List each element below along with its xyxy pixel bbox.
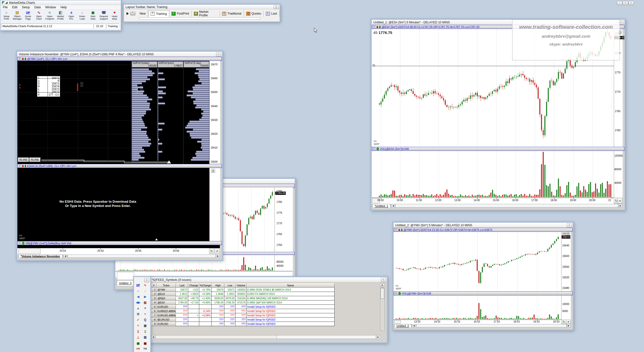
table-cell[interactable]: +17.50	[188, 300, 199, 305]
volume-bars2-icon[interactable]: ▅	[142, 340, 148, 345]
table-row[interactable]: 4@ES#1784.00+17.50+0.99%1786.001758.2547…	[151, 300, 335, 305]
table-cell[interactable]: 216154	[235, 296, 247, 300]
table-cell[interactable]: Invalid Setup for IQFEED	[247, 322, 335, 326]
table-cell[interactable]: 15471	[224, 288, 235, 292]
table-cell[interactable]: @YM#	[156, 288, 176, 292]
close-icon[interactable]: ×	[144, 278, 149, 282]
table-cell[interactable]: ???	[212, 305, 224, 309]
fit-width-icon[interactable]: ◀▶	[135, 300, 141, 305]
untitled2-volume-pane[interactable]	[394, 295, 561, 320]
refresh-button[interactable]: ↻	[561, 320, 566, 324]
table-cell[interactable]: +0.18%	[199, 292, 212, 296]
layout-tab-traditional[interactable]: TTraditional	[220, 11, 244, 17]
close-button[interactable]: ×	[628, 1, 634, 5]
rline-tab[interactable]: RLINE	[29, 157, 40, 162]
toolbar-object-manager[interactable]: ▤ObjectManager	[12, 10, 23, 23]
columns-icon[interactable]: ▥	[142, 335, 148, 340]
column-header[interactable]: Low	[224, 283, 235, 288]
layout-tab-market-profile[interactable]: MMarket Profile	[192, 11, 220, 17]
table-cell[interactable]: +0.58%	[199, 313, 212, 318]
toolbar-open-footprint[interactable]: ≡OpenFootprint	[44, 10, 55, 23]
scroll-left-icon[interactable]: ◀	[63, 254, 67, 258]
layout-tab-training[interactable]: TTraining	[148, 10, 169, 17]
table-cell[interactable]: ???	[235, 322, 247, 326]
table-cell[interactable]: 4	[151, 300, 156, 305]
table-cell[interactable]: +0.79%	[199, 288, 212, 292]
table-cell[interactable]: ???	[224, 318, 235, 322]
table-cell[interactable]: 15675	[212, 288, 224, 292]
quote-page-icon[interactable]: QP	[135, 283, 141, 288]
page-prev-icon[interactable]: ◀	[135, 294, 141, 299]
volume-imbalance-titlebar[interactable]: Volume Imbalance November: @YM# (1x4*), …	[17, 52, 222, 57]
menu-window[interactable]: Window	[43, 5, 58, 10]
close-pane-icon[interactable]: X	[394, 292, 397, 295]
layout-tab-footprint[interactable]: FFootPrint	[169, 11, 192, 17]
table-cell[interactable]: 1	[151, 288, 156, 292]
table-row[interactable]: 8$EURUSD????????????Invalid Setup for IQ…	[151, 318, 335, 322]
delete-red-icon[interactable]: ▯	[135, 329, 141, 334]
close-pane-icon[interactable]: X	[394, 228, 397, 231]
table-cell[interactable]: ???	[212, 322, 224, 326]
table-row[interactable]: 7EURUSD.ABBA???++0.58%?????????Invalid S…	[151, 313, 335, 318]
menu-help[interactable]: Help	[58, 5, 69, 10]
v-scrollbar[interactable]	[380, 288, 385, 331]
table-cell[interactable]: 1.3646	[212, 292, 224, 296]
table-cell[interactable]: EURUSD	[156, 305, 176, 309]
table-cell[interactable]: +49.75	[188, 296, 199, 300]
table-cell[interactable]: 15672	[176, 288, 188, 292]
toolbar-market-profile[interactable]: ◧MarketProfile	[55, 10, 66, 23]
table-cell[interactable]: $EURUSD	[156, 318, 176, 322]
toolbar-open-chart[interactable]: ∿OpenChart	[33, 10, 44, 23]
scroll-left-icon[interactable]: ◀	[391, 204, 395, 207]
table-cell[interactable]: ???	[224, 305, 235, 309]
qp-delta-icon[interactable]: △	[135, 335, 141, 340]
table-cell[interactable]: ???	[212, 313, 224, 318]
table-cell[interactable]: 1.3551	[224, 292, 235, 296]
table-cell[interactable]	[199, 318, 212, 322]
table-cell[interactable]: +	[188, 313, 199, 318]
table-cell[interactable]: E-MINI NASDAQ 100 MARCH 2014	[247, 296, 335, 300]
ym-pnf-chart[interactable]: C15672±0O15671H15674L15671C15672V177 (2)…	[17, 61, 209, 164]
table-cell[interactable]: ???	[176, 313, 188, 318]
table-cell[interactable]: EURNZD.ABBA	[156, 309, 176, 313]
table-cell[interactable]: 9	[151, 322, 156, 326]
rline-tab[interactable]: RLINE	[18, 157, 29, 162]
table-cell[interactable]: 6	[151, 309, 156, 313]
scroll-left-icon[interactable]: ◀	[151, 335, 155, 339]
table-cell[interactable]	[199, 322, 212, 326]
settings-icon[interactable]: ☼	[135, 288, 141, 293]
untitled2-titlebar[interactable]: Untitled_2: @YM# (5m*) 5 Minutes* - DELA…	[394, 223, 573, 228]
tab-volume-imbalance[interactable]: *Volume Imbalance November	[18, 254, 62, 258]
close-icon[interactable]: ×	[216, 52, 221, 57]
table-cell[interactable]: 3479.50	[224, 296, 235, 300]
tab-untitled1[interactable]: *Untitled_1	[372, 204, 390, 207]
window-icon-toolbar[interactable]: × QP∿☼↓◀▶◀▶▨▲▼⊞+✓Q¤▦▯▯△▥▅▅V/ET/S¼▯	[133, 276, 151, 352]
toolbar-quote-page[interactable]: QPQuotePage	[23, 10, 33, 23]
table-cell[interactable]: 2	[151, 292, 156, 296]
untitled1-volume-pane[interactable]	[372, 151, 614, 198]
table-cell[interactable]: @NQ#	[156, 296, 176, 300]
table-cell[interactable]: ???	[176, 309, 188, 313]
auto-scale-button[interactable]: A	[211, 169, 215, 173]
table-cell[interactable]: ???	[235, 313, 247, 318]
table-cell[interactable]: EURO FX MARCH 2014	[247, 292, 335, 296]
close-icon[interactable]: ×	[567, 223, 572, 228]
menu-setup[interactable]: Setup	[20, 5, 32, 10]
column-header[interactable]: Volume	[235, 283, 247, 288]
table-cell[interactable]: @ES#	[156, 300, 176, 305]
menu-edit[interactable]: Edit	[10, 5, 20, 10]
table-cell[interactable]	[188, 305, 199, 309]
table-cell[interactable]: E-MINI S&P 500 MARCH 2014	[247, 300, 335, 305]
volume-bars-icon[interactable]: ▅	[135, 340, 141, 345]
h-scrollbar[interactable]	[155, 335, 376, 339]
esh4-chart[interactable]: No ESH4 Data. Press Spacebar to Download…	[17, 168, 209, 241]
table-cell[interactable]: +.0024	[188, 292, 199, 296]
v-scroll-thumb[interactable]	[381, 288, 384, 299]
close-icon[interactable]: ×	[274, 5, 279, 9]
move-up-icon[interactable]: ▲	[135, 306, 141, 311]
alert-lamp-icon[interactable]: ¤	[135, 323, 141, 328]
close-pane-icon[interactable]: X	[373, 25, 376, 28]
column-header[interactable]: Last	[176, 283, 188, 288]
table-cell[interactable]: 5	[151, 305, 156, 309]
table-cell[interactable]: 3	[151, 296, 156, 300]
